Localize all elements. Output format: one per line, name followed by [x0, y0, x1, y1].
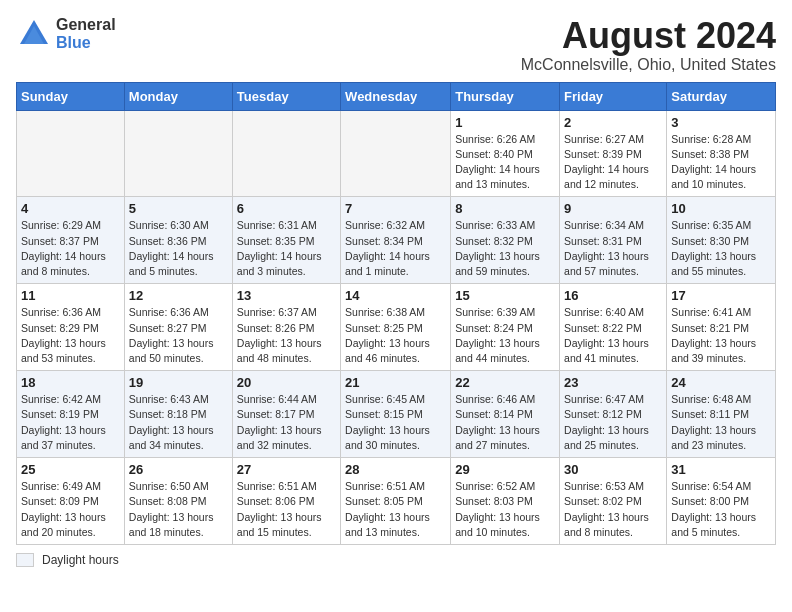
- day-info: Sunrise: 6:54 AM Sunset: 8:00 PM Dayligh…: [671, 479, 771, 540]
- calendar-cell: 26Sunrise: 6:50 AM Sunset: 8:08 PM Dayli…: [124, 458, 232, 545]
- day-number: 31: [671, 462, 771, 477]
- calendar-table: SundayMondayTuesdayWednesdayThursdayFrid…: [16, 82, 776, 545]
- day-number: 2: [564, 115, 662, 130]
- calendar-header-row: SundayMondayTuesdayWednesdayThursdayFrid…: [17, 82, 776, 110]
- day-number: 7: [345, 201, 446, 216]
- day-info: Sunrise: 6:51 AM Sunset: 8:05 PM Dayligh…: [345, 479, 446, 540]
- calendar-title: August 2024: [521, 16, 776, 56]
- calendar-cell: 29Sunrise: 6:52 AM Sunset: 8:03 PM Dayli…: [451, 458, 560, 545]
- calendar-cell: 5Sunrise: 6:30 AM Sunset: 8:36 PM Daylig…: [124, 197, 232, 284]
- calendar-cell: 23Sunrise: 6:47 AM Sunset: 8:12 PM Dayli…: [560, 371, 667, 458]
- calendar-cell: 1Sunrise: 6:26 AM Sunset: 8:40 PM Daylig…: [451, 110, 560, 197]
- calendar-cell: [17, 110, 125, 197]
- calendar-cell: 28Sunrise: 6:51 AM Sunset: 8:05 PM Dayli…: [341, 458, 451, 545]
- calendar-cell: 4Sunrise: 6:29 AM Sunset: 8:37 PM Daylig…: [17, 197, 125, 284]
- calendar-cell: 27Sunrise: 6:51 AM Sunset: 8:06 PM Dayli…: [232, 458, 340, 545]
- calendar-cell: [341, 110, 451, 197]
- day-number: 9: [564, 201, 662, 216]
- day-number: 12: [129, 288, 228, 303]
- day-info: Sunrise: 6:36 AM Sunset: 8:27 PM Dayligh…: [129, 305, 228, 366]
- calendar-cell: 21Sunrise: 6:45 AM Sunset: 8:15 PM Dayli…: [341, 371, 451, 458]
- day-number: 29: [455, 462, 555, 477]
- day-number: 3: [671, 115, 771, 130]
- calendar-cell: 13Sunrise: 6:37 AM Sunset: 8:26 PM Dayli…: [232, 284, 340, 371]
- day-number: 18: [21, 375, 120, 390]
- calendar-cell: 8Sunrise: 6:33 AM Sunset: 8:32 PM Daylig…: [451, 197, 560, 284]
- calendar-cell: [232, 110, 340, 197]
- legend-box: [16, 553, 34, 567]
- calendar-location: McConnelsville, Ohio, United States: [521, 56, 776, 74]
- col-header-monday: Monday: [124, 82, 232, 110]
- day-number: 26: [129, 462, 228, 477]
- calendar-cell: 12Sunrise: 6:36 AM Sunset: 8:27 PM Dayli…: [124, 284, 232, 371]
- logo-blue-text: Blue: [56, 34, 116, 52]
- calendar-cell: 15Sunrise: 6:39 AM Sunset: 8:24 PM Dayli…: [451, 284, 560, 371]
- calendar-cell: 22Sunrise: 6:46 AM Sunset: 8:14 PM Dayli…: [451, 371, 560, 458]
- day-info: Sunrise: 6:33 AM Sunset: 8:32 PM Dayligh…: [455, 218, 555, 279]
- calendar-cell: [124, 110, 232, 197]
- day-number: 13: [237, 288, 336, 303]
- day-info: Sunrise: 6:26 AM Sunset: 8:40 PM Dayligh…: [455, 132, 555, 193]
- day-number: 23: [564, 375, 662, 390]
- day-number: 17: [671, 288, 771, 303]
- calendar-cell: 3Sunrise: 6:28 AM Sunset: 8:38 PM Daylig…: [667, 110, 776, 197]
- day-info: Sunrise: 6:53 AM Sunset: 8:02 PM Dayligh…: [564, 479, 662, 540]
- logo-general-text: General: [56, 16, 116, 34]
- col-header-sunday: Sunday: [17, 82, 125, 110]
- day-info: Sunrise: 6:38 AM Sunset: 8:25 PM Dayligh…: [345, 305, 446, 366]
- day-info: Sunrise: 6:34 AM Sunset: 8:31 PM Dayligh…: [564, 218, 662, 279]
- logo-text: General Blue: [56, 16, 116, 51]
- day-number: 11: [21, 288, 120, 303]
- day-info: Sunrise: 6:50 AM Sunset: 8:08 PM Dayligh…: [129, 479, 228, 540]
- day-info: Sunrise: 6:29 AM Sunset: 8:37 PM Dayligh…: [21, 218, 120, 279]
- calendar-cell: 24Sunrise: 6:48 AM Sunset: 8:11 PM Dayli…: [667, 371, 776, 458]
- day-number: 5: [129, 201, 228, 216]
- col-header-tuesday: Tuesday: [232, 82, 340, 110]
- day-info: Sunrise: 6:42 AM Sunset: 8:19 PM Dayligh…: [21, 392, 120, 453]
- day-info: Sunrise: 6:31 AM Sunset: 8:35 PM Dayligh…: [237, 218, 336, 279]
- day-number: 19: [129, 375, 228, 390]
- calendar-week-row: 25Sunrise: 6:49 AM Sunset: 8:09 PM Dayli…: [17, 458, 776, 545]
- col-header-saturday: Saturday: [667, 82, 776, 110]
- day-number: 21: [345, 375, 446, 390]
- day-info: Sunrise: 6:28 AM Sunset: 8:38 PM Dayligh…: [671, 132, 771, 193]
- calendar-week-row: 4Sunrise: 6:29 AM Sunset: 8:37 PM Daylig…: [17, 197, 776, 284]
- logo-icon: [16, 16, 52, 52]
- day-number: 24: [671, 375, 771, 390]
- day-number: 30: [564, 462, 662, 477]
- calendar-cell: 25Sunrise: 6:49 AM Sunset: 8:09 PM Dayli…: [17, 458, 125, 545]
- day-info: Sunrise: 6:32 AM Sunset: 8:34 PM Dayligh…: [345, 218, 446, 279]
- day-number: 6: [237, 201, 336, 216]
- day-number: 8: [455, 201, 555, 216]
- day-info: Sunrise: 6:37 AM Sunset: 8:26 PM Dayligh…: [237, 305, 336, 366]
- col-header-thursday: Thursday: [451, 82, 560, 110]
- calendar-cell: 19Sunrise: 6:43 AM Sunset: 8:18 PM Dayli…: [124, 371, 232, 458]
- day-number: 27: [237, 462, 336, 477]
- day-number: 16: [564, 288, 662, 303]
- day-info: Sunrise: 6:48 AM Sunset: 8:11 PM Dayligh…: [671, 392, 771, 453]
- day-info: Sunrise: 6:44 AM Sunset: 8:17 PM Dayligh…: [237, 392, 336, 453]
- calendar-cell: 14Sunrise: 6:38 AM Sunset: 8:25 PM Dayli…: [341, 284, 451, 371]
- calendar-cell: 11Sunrise: 6:36 AM Sunset: 8:29 PM Dayli…: [17, 284, 125, 371]
- calendar-cell: 6Sunrise: 6:31 AM Sunset: 8:35 PM Daylig…: [232, 197, 340, 284]
- legend-label: Daylight hours: [42, 553, 119, 567]
- day-info: Sunrise: 6:41 AM Sunset: 8:21 PM Dayligh…: [671, 305, 771, 366]
- legend: Daylight hours: [16, 553, 776, 567]
- calendar-cell: 30Sunrise: 6:53 AM Sunset: 8:02 PM Dayli…: [560, 458, 667, 545]
- calendar-week-row: 11Sunrise: 6:36 AM Sunset: 8:29 PM Dayli…: [17, 284, 776, 371]
- day-info: Sunrise: 6:46 AM Sunset: 8:14 PM Dayligh…: [455, 392, 555, 453]
- col-header-wednesday: Wednesday: [341, 82, 451, 110]
- day-number: 25: [21, 462, 120, 477]
- day-number: 4: [21, 201, 120, 216]
- day-info: Sunrise: 6:45 AM Sunset: 8:15 PM Dayligh…: [345, 392, 446, 453]
- logo: General Blue: [16, 16, 116, 52]
- day-info: Sunrise: 6:51 AM Sunset: 8:06 PM Dayligh…: [237, 479, 336, 540]
- day-info: Sunrise: 6:27 AM Sunset: 8:39 PM Dayligh…: [564, 132, 662, 193]
- day-number: 22: [455, 375, 555, 390]
- calendar-cell: 2Sunrise: 6:27 AM Sunset: 8:39 PM Daylig…: [560, 110, 667, 197]
- calendar-cell: 7Sunrise: 6:32 AM Sunset: 8:34 PM Daylig…: [341, 197, 451, 284]
- calendar-cell: 17Sunrise: 6:41 AM Sunset: 8:21 PM Dayli…: [667, 284, 776, 371]
- calendar-cell: 16Sunrise: 6:40 AM Sunset: 8:22 PM Dayli…: [560, 284, 667, 371]
- calendar-cell: 18Sunrise: 6:42 AM Sunset: 8:19 PM Dayli…: [17, 371, 125, 458]
- calendar-cell: 20Sunrise: 6:44 AM Sunset: 8:17 PM Dayli…: [232, 371, 340, 458]
